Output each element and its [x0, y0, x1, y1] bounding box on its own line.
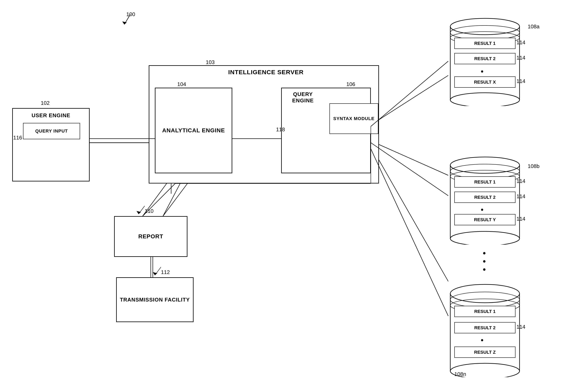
svg-point-19	[450, 93, 520, 106]
svg-line-3	[375, 143, 448, 175]
query-engine-id: 106	[346, 81, 355, 88]
db-n-result-z: RESULT Z	[454, 346, 515, 358]
svg-line-32	[371, 149, 448, 316]
db-b-result-1: RESULT 1	[454, 176, 515, 188]
db-a-dots: •	[481, 67, 483, 76]
db-a-result-1: RESULT 1	[454, 38, 515, 49]
db-a-result1-id: 114	[516, 39, 525, 46]
svg-line-30	[371, 61, 448, 126]
syntax-module-id: 118	[276, 126, 285, 133]
svg-point-16	[450, 18, 520, 35]
user-engine-box: USER ENGINE QUERY INPUT	[12, 108, 90, 181]
intelligence-server-label: INTELLIGENCE SERVER	[228, 69, 304, 76]
db-b-resulty-id: 114	[516, 216, 525, 222]
transmission-facility-box: TRANSMISSION FACILITY	[116, 277, 194, 322]
db-b-id: 108b	[528, 163, 540, 169]
transmission-facility-label: TRANSMISSION FACILITY	[120, 297, 190, 303]
analytical-engine-box: ANALYTICAL ENGINE	[155, 88, 232, 173]
db-n-id: 108n	[454, 371, 466, 377]
db-a-result-x: RESULT X	[454, 76, 515, 88]
svg-point-21	[450, 157, 520, 173]
db-a-id: 108a	[528, 23, 540, 30]
dots-between-dbs2: •	[483, 257, 486, 266]
db-a-result2-id: 114	[516, 55, 525, 61]
db-a-resultx-id: 114	[516, 78, 525, 84]
intelligence-server-id: 103	[206, 59, 214, 65]
db-n-dots: •	[481, 336, 483, 344]
dots-between-dbs: •	[483, 249, 486, 258]
syntax-module-box: SYNTAX MODULE	[330, 103, 378, 134]
analytical-engine-id: 104	[177, 81, 186, 88]
user-engine-label: USER ENGINE	[13, 112, 89, 119]
report-box: REPORT	[114, 216, 187, 257]
user-engine-id: 102	[41, 100, 49, 106]
query-engine-label: QUERY ENGINE	[285, 91, 321, 104]
analytical-engine-label: ANALYTICAL ENGINE	[162, 127, 225, 134]
db-n-result-1: RESULT 1	[454, 306, 515, 317]
db-b-result-y: RESULT Y	[454, 214, 515, 225]
db-b-dots: •	[481, 205, 483, 214]
db-b-result-2: RESULT 2	[454, 192, 515, 203]
db-a-result-2: RESULT 2	[454, 53, 515, 64]
query-input-label: QUERY INPUT	[35, 128, 68, 134]
dots-between-dbs3: •	[483, 265, 486, 274]
svg-line-31	[371, 143, 448, 196]
svg-point-26	[450, 284, 520, 303]
db-b-result1-id: 114	[516, 178, 525, 184]
report-label: REPORT	[138, 233, 163, 240]
svg-line-4	[375, 153, 448, 281]
svg-line-34	[163, 184, 187, 216]
db-b-result2-id: 114	[516, 193, 525, 199]
svg-point-24	[450, 231, 520, 245]
query-engine-box: QUERY ENGINE SYNTAX MODULE	[281, 88, 371, 173]
query-input-id: 116	[13, 135, 22, 141]
svg-line-2	[375, 75, 448, 122]
query-input-box: QUERY INPUT	[23, 123, 80, 139]
db-n-result-2: RESULT 2	[454, 322, 515, 333]
db-n-result2-id: 114	[516, 324, 525, 330]
syntax-module-label: SYNTAX MODULE	[333, 116, 375, 121]
